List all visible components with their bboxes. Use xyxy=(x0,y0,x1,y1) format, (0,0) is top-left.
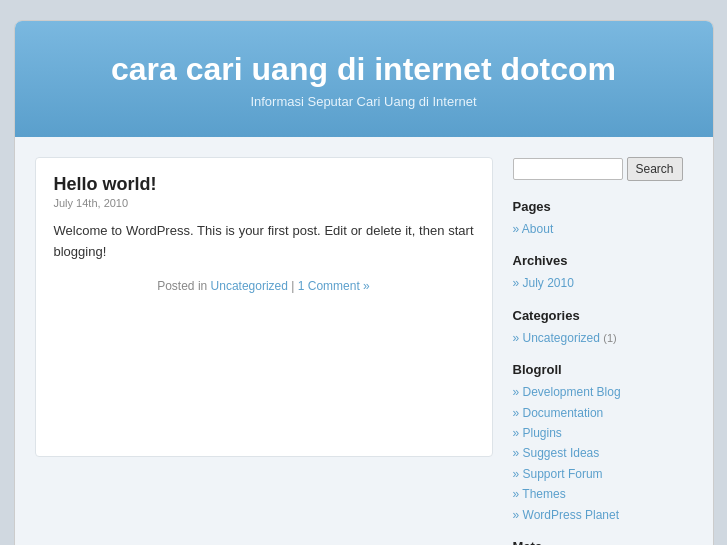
categories-section: Categories Uncategorized (1) xyxy=(513,308,693,348)
blogroll-heading: Blogroll xyxy=(513,362,693,377)
blogroll-suggest-ideas-link[interactable]: Suggest Ideas xyxy=(523,446,600,460)
list-item: WordPress Planet xyxy=(513,505,693,525)
page-wrapper: cara cari uang di internet dotcom Inform… xyxy=(14,20,714,545)
search-input[interactable] xyxy=(513,158,623,180)
post-footer: Posted in Uncategorized | 1 Comment » xyxy=(54,279,474,293)
site-subtitle: Informasi Seputar Cari Uang di Internet xyxy=(55,94,673,109)
pages-heading: Pages xyxy=(513,199,693,214)
post-date: July 14th, 2010 xyxy=(54,197,474,209)
pages-section: Pages About xyxy=(513,199,693,239)
main-content: Hello world! July 14th, 2010 Welcome to … xyxy=(35,157,493,457)
blogroll-documentation-link[interactable]: Documentation xyxy=(523,406,604,420)
list-item: Documentation xyxy=(513,403,693,423)
meta-section: Meta Log in xyxy=(513,539,693,545)
category-count: (1) xyxy=(603,332,616,344)
search-button[interactable]: Search xyxy=(627,157,683,181)
blogroll-section: Blogroll Development Blog Documentation … xyxy=(513,362,693,525)
list-item: Development Blog xyxy=(513,382,693,402)
sidebar: Search Pages About Archives July 2010 Ca… xyxy=(513,157,693,545)
list-item: Uncategorized (1) xyxy=(513,328,693,348)
blogroll-wordpress-planet-link[interactable]: WordPress Planet xyxy=(523,508,620,522)
archive-july-2010-link[interactable]: July 2010 xyxy=(523,276,574,290)
pages-about-link[interactable]: About xyxy=(522,222,553,236)
search-box: Search xyxy=(513,157,693,181)
meta-heading: Meta xyxy=(513,539,693,545)
posted-in-label: Posted in xyxy=(157,279,207,293)
blogroll-dev-blog-link[interactable]: Development Blog xyxy=(523,385,621,399)
post-body: Welcome to WordPress. This is your first… xyxy=(54,221,474,263)
post-title: Hello world! xyxy=(54,174,474,195)
categories-heading: Categories xyxy=(513,308,693,323)
archives-list: July 2010 xyxy=(513,273,693,293)
blogroll-support-forum-link[interactable]: Support Forum xyxy=(523,467,603,481)
post-comment-link[interactable]: 1 Comment » xyxy=(298,279,370,293)
blogroll-themes-link[interactable]: Themes xyxy=(522,487,565,501)
list-item: Support Forum xyxy=(513,464,693,484)
pages-list: About xyxy=(513,219,693,239)
blogroll-list: Development Blog Documentation Plugins S… xyxy=(513,382,693,525)
categories-list: Uncategorized (1) xyxy=(513,328,693,348)
list-item: July 2010 xyxy=(513,273,693,293)
list-item: Themes xyxy=(513,484,693,504)
category-uncategorized-link[interactable]: Uncategorized xyxy=(523,331,600,345)
archives-heading: Archives xyxy=(513,253,693,268)
list-item: Plugins xyxy=(513,423,693,443)
site-header: cara cari uang di internet dotcom Inform… xyxy=(15,21,713,137)
content-area: Hello world! July 14th, 2010 Welcome to … xyxy=(15,137,713,545)
archives-section: Archives July 2010 xyxy=(513,253,693,293)
list-item: About xyxy=(513,219,693,239)
post-category-link[interactable]: Uncategorized xyxy=(211,279,288,293)
list-item: Suggest Ideas xyxy=(513,443,693,463)
blogroll-plugins-link[interactable]: Plugins xyxy=(523,426,562,440)
site-title: cara cari uang di internet dotcom xyxy=(55,51,673,88)
